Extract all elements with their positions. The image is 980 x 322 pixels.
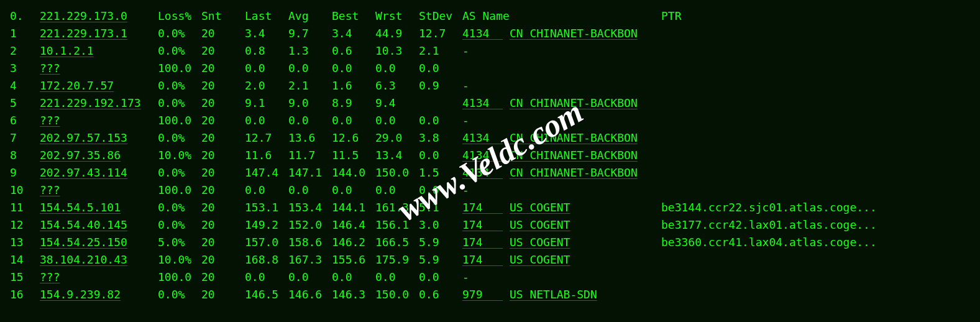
cell-best: 0.0 — [332, 269, 375, 286]
cell-stdev: 0.0 — [419, 269, 462, 286]
cell-ip[interactable]: ??? — [40, 60, 158, 77]
as-name[interactable]: CN CHINANET-BACKBON — [510, 131, 638, 144]
cell-ptr: be3144.ccr22.sjc01.atlas.coge... — [661, 199, 980, 216]
as-number[interactable]: 174 — [462, 253, 503, 266]
cell-stdev: 5.9 — [419, 234, 462, 251]
cell-snt: 20 — [201, 199, 245, 216]
cell-last: 0.0 — [245, 182, 288, 199]
cell-wrst: 175.9 — [375, 251, 419, 269]
as-name[interactable]: CN CHINANET-BACKBON — [510, 166, 638, 179]
cell-ip[interactable]: ??? — [40, 182, 158, 199]
cell-ip[interactable]: 154.54.40.145 — [40, 216, 158, 234]
cell-loss: 0.0% — [158, 42, 201, 60]
cell-loss: 100.0 — [158, 112, 201, 129]
table-row: 12154.54.40.1450.0%20149.2152.0146.4156.… — [10, 216, 980, 234]
as-name[interactable]: US COGENT — [510, 236, 570, 249]
cell-hop: 2 — [10, 42, 40, 60]
cell-stdev: 12.7 — [419, 25, 462, 42]
table-row: 9202.97.43.1140.0%20147.4147.1144.0150.0… — [10, 164, 980, 182]
cell-stdev: 5.1 — [419, 199, 462, 216]
cell-last: 3.4 — [245, 25, 288, 42]
cell-as: 174 US COGENT — [462, 216, 661, 234]
as-dash: - — [462, 44, 469, 57]
cell-stdev: 3.0 — [419, 216, 462, 234]
table-row: 16154.9.239.820.0%20146.5146.6146.3150.0… — [10, 286, 980, 303]
cell-ip[interactable]: 10.1.2.1 — [40, 42, 158, 60]
as-number[interactable]: 4134 — [462, 27, 503, 40]
cell-avg: 13.6 — [288, 129, 332, 147]
as-number[interactable]: 174 — [462, 236, 503, 249]
as-dash: - — [462, 270, 469, 283]
col-as: AS Name — [462, 7, 661, 25]
cell-wrst: 10.3 — [375, 42, 419, 60]
cell-ptr — [661, 42, 980, 60]
cell-ip[interactable]: 154.54.5.101 — [40, 199, 158, 216]
table-row: 11154.54.5.1010.0%20153.1153.4144.1161.3… — [10, 199, 980, 216]
cell-ip[interactable]: ??? — [40, 112, 158, 129]
cell-ip[interactable]: 154.9.239.82 — [40, 286, 158, 303]
cell-snt: 20 — [201, 269, 245, 286]
as-number[interactable]: 979 — [462, 288, 503, 301]
as-number[interactable]: 4134 — [462, 166, 503, 179]
cell-ptr — [661, 129, 980, 147]
cell-ptr — [661, 25, 980, 42]
as-number[interactable]: 4134 — [462, 96, 503, 109]
as-number[interactable]: 174 — [462, 218, 503, 231]
as-dash: - — [462, 114, 469, 127]
cell-hop: 3 — [10, 60, 40, 77]
as-number[interactable]: 4134 — [462, 149, 503, 162]
cell-avg: 167.3 — [288, 251, 332, 269]
cell-ip[interactable]: ??? — [40, 269, 158, 286]
cell-stdev: 5.9 — [419, 251, 462, 269]
cell-ptr — [661, 77, 980, 94]
cell-last: 2.0 — [245, 77, 288, 94]
cell-as: 4134 CN CHINANET-BACKBON — [462, 129, 661, 147]
cell-loss: 0.0% — [158, 77, 201, 94]
cell-snt: 20 — [201, 94, 245, 112]
as-name[interactable]: CN CHINANET-BACKBON — [510, 149, 638, 162]
cell-ip[interactable]: 154.54.25.150 — [40, 234, 158, 251]
as-name[interactable]: CN CHINANET-BACKBON — [510, 96, 638, 109]
cell-best: 0.0 — [332, 112, 375, 129]
cell-hop: 9 — [10, 164, 40, 182]
as-name[interactable]: US COGENT — [510, 218, 570, 231]
cell-ip[interactable]: 221.229.192.173 — [40, 94, 158, 112]
cell-as: 174 US COGENT — [462, 234, 661, 251]
table-row: 13154.54.25.1505.0%20157.0158.6146.2166.… — [10, 234, 980, 251]
cell-as: 4134 CN CHINANET-BACKBON — [462, 147, 661, 164]
cell-ptr — [661, 60, 980, 77]
cell-as: 174 US COGENT — [462, 199, 661, 216]
cell-ip[interactable]: 172.20.7.57 — [40, 77, 158, 94]
cell-loss: 0.0% — [158, 216, 201, 234]
cell-avg: 152.0 — [288, 216, 332, 234]
cell-ip[interactable]: 202.97.57.153 — [40, 129, 158, 147]
cell-wrst: 0.0 — [375, 269, 419, 286]
cell-ip[interactable]: 202.97.35.86 — [40, 147, 158, 164]
cell-stdev: 2.1 — [419, 42, 462, 60]
cell-stdev: 0.0 — [419, 112, 462, 129]
cell-ptr — [661, 269, 980, 286]
as-number[interactable]: 4134 — [462, 131, 503, 144]
cell-ip[interactable]: 202.97.43.114 — [40, 164, 158, 182]
as-number[interactable]: 174 — [462, 201, 503, 214]
cell-ptr: be3177.ccr42.lax01.atlas.coge... — [661, 216, 980, 234]
col-stdev: StDev — [419, 7, 462, 25]
as-name[interactable]: CN CHINANET-BACKBON — [510, 27, 638, 40]
col-avg: Avg — [288, 7, 332, 25]
as-dash: - — [462, 79, 469, 92]
cell-hop: 12 — [10, 216, 40, 234]
cell-ip[interactable]: 38.104.210.43 — [40, 251, 158, 269]
cell-wrst: 150.0 — [375, 164, 419, 182]
cell-ip[interactable]: 221.229.173.1 — [40, 25, 158, 42]
cell-wrst: 13.4 — [375, 147, 419, 164]
cell-hop: 5 — [10, 94, 40, 112]
as-name[interactable]: US COGENT — [510, 253, 570, 266]
cell-best: 144.1 — [332, 199, 375, 216]
cell-as: - — [462, 269, 661, 286]
as-name[interactable]: US NETLAB-SDN — [510, 288, 597, 301]
as-name[interactable]: US COGENT — [510, 201, 570, 214]
cell-wrst: 150.0 — [375, 286, 419, 303]
cell-stdev: 0.9 — [419, 77, 462, 94]
cell-loss: 100.0 — [158, 182, 201, 199]
cell-best: 146.2 — [332, 234, 375, 251]
